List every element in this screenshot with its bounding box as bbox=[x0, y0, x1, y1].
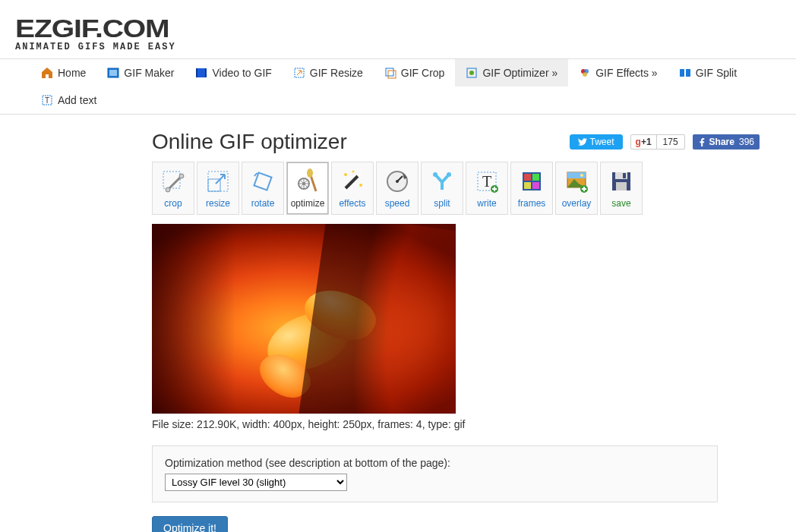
tool-rotate[interactable]: rotate bbox=[242, 162, 284, 215]
home-icon bbox=[41, 67, 53, 79]
svg-point-33 bbox=[447, 172, 451, 177]
svg-rect-14 bbox=[686, 69, 690, 77]
maker-icon bbox=[107, 67, 119, 79]
file-info: File size: 212.90K, width: 400px, height… bbox=[152, 418, 760, 430]
svg-point-19 bbox=[179, 174, 184, 178]
speed-tool-icon bbox=[384, 168, 411, 195]
nav-home[interactable]: Home bbox=[30, 59, 96, 87]
video-icon bbox=[195, 67, 207, 79]
facebook-icon bbox=[698, 138, 706, 146]
toolbar: crop resize rotate optimize effects spee… bbox=[152, 162, 760, 215]
optimization-label: Optimization method (see description at … bbox=[165, 457, 705, 469]
save-tool-icon bbox=[608, 168, 635, 195]
effects-tool-icon bbox=[339, 168, 366, 195]
svg-point-9 bbox=[469, 71, 474, 75]
tool-split[interactable]: split bbox=[421, 162, 463, 215]
tool-resize[interactable]: resize bbox=[197, 162, 239, 215]
text-icon: T bbox=[41, 94, 53, 106]
tool-effects[interactable]: effects bbox=[331, 162, 374, 215]
svg-point-44 bbox=[580, 174, 583, 177]
tool-speed[interactable]: speed bbox=[376, 162, 419, 215]
nav-gif-effects[interactable]: GIF Effects » bbox=[568, 59, 668, 87]
svg-point-25 bbox=[307, 168, 313, 178]
tool-overlay[interactable]: overlay bbox=[555, 162, 598, 215]
nav-gif-optimizer[interactable]: GIF Optimizer » bbox=[455, 59, 568, 87]
svg-rect-50 bbox=[616, 182, 627, 190]
split-tool-icon bbox=[428, 168, 456, 195]
optimize-tool-icon bbox=[294, 168, 321, 195]
fb-share-button[interactable]: Share 396 bbox=[693, 134, 760, 150]
effects-icon bbox=[579, 67, 591, 79]
svg-rect-13 bbox=[680, 69, 684, 77]
svg-rect-39 bbox=[532, 174, 539, 181]
gplus-icon: g+1 bbox=[631, 135, 656, 149]
svg-rect-40 bbox=[524, 182, 531, 189]
svg-rect-6 bbox=[386, 68, 393, 76]
tool-optimize[interactable]: optimize bbox=[286, 162, 329, 215]
svg-point-18 bbox=[166, 187, 170, 192]
svg-rect-1 bbox=[109, 70, 117, 76]
nav-gif-split[interactable]: GIF Split bbox=[668, 59, 747, 87]
page-title: Online GIF optimizer bbox=[152, 130, 347, 154]
optimize-button[interactable]: Optimize it! bbox=[152, 516, 228, 532]
gplus-count: 175 bbox=[656, 135, 684, 149]
svg-point-28 bbox=[352, 171, 355, 173]
optimization-method-select[interactable]: Lossy GIF level 30 (slight) bbox=[165, 474, 347, 491]
nav-gif-maker[interactable]: GIF Maker bbox=[96, 59, 185, 87]
svg-point-27 bbox=[359, 184, 362, 187]
fb-share-count: 396 bbox=[739, 137, 754, 147]
svg-rect-49 bbox=[623, 173, 626, 178]
svg-rect-22 bbox=[254, 172, 271, 190]
optimization-panel: Optimization method (see description at … bbox=[152, 445, 718, 502]
split-icon bbox=[679, 67, 691, 79]
svg-rect-3 bbox=[196, 68, 197, 77]
svg-rect-7 bbox=[388, 71, 396, 78]
tool-save[interactable]: save bbox=[600, 162, 643, 215]
nav-gif-crop[interactable]: GIF Crop bbox=[374, 59, 456, 87]
logo-title: EZGIF.COM bbox=[15, 14, 796, 43]
overlay-tool-icon bbox=[563, 168, 590, 195]
svg-text:T: T bbox=[482, 173, 491, 190]
svg-rect-41 bbox=[532, 182, 539, 189]
nav-video-to-gif[interactable]: Video to GIF bbox=[185, 59, 282, 87]
nav-gif-resize[interactable]: GIF Resize bbox=[283, 59, 374, 87]
gif-preview bbox=[152, 224, 456, 414]
gplus-button[interactable]: g+1 175 bbox=[630, 134, 685, 150]
tool-crop[interactable]: crop bbox=[152, 162, 194, 215]
nav-add-text[interactable]: T Add text bbox=[30, 87, 107, 114]
logo-subtitle: ANIMATED GIFS MADE EASY bbox=[15, 42, 781, 52]
svg-rect-4 bbox=[205, 68, 207, 77]
rotate-tool-icon bbox=[249, 168, 276, 195]
twitter-icon bbox=[578, 137, 587, 146]
svg-point-26 bbox=[344, 173, 347, 176]
crop-icon bbox=[384, 67, 396, 79]
svg-rect-2 bbox=[196, 68, 207, 77]
tool-write[interactable]: T write bbox=[466, 162, 508, 215]
svg-text:T: T bbox=[45, 96, 49, 105]
resize-icon bbox=[293, 67, 305, 79]
svg-point-32 bbox=[433, 172, 437, 177]
main-nav: Home GIF Maker Video to GIF GIF Resize G… bbox=[0, 58, 796, 115]
tweet-button[interactable]: Tweet bbox=[570, 134, 623, 150]
svg-point-12 bbox=[583, 72, 587, 77]
svg-point-24 bbox=[302, 182, 305, 185]
optimizer-icon bbox=[466, 67, 478, 79]
social-buttons: Tweet g+1 175 Share 396 bbox=[570, 134, 760, 150]
resize-tool-icon bbox=[204, 168, 232, 195]
svg-rect-38 bbox=[524, 174, 531, 181]
tool-frames[interactable]: frames bbox=[510, 162, 553, 215]
write-tool-icon: T bbox=[473, 168, 501, 195]
frames-tool-icon bbox=[518, 168, 545, 195]
site-logo[interactable]: EZGIF.COM ANIMATED GIFS MADE EASY bbox=[0, 0, 796, 58]
crop-tool-icon bbox=[160, 168, 187, 195]
